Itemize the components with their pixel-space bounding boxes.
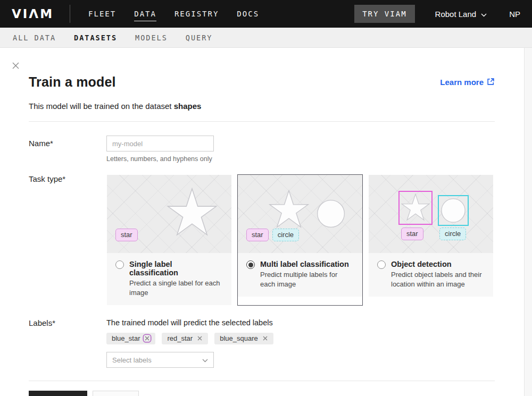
remove-label-icon[interactable]	[144, 335, 151, 342]
remove-label-icon[interactable]	[262, 335, 269, 342]
top-nav-right: TRY VIAM Robot Land NP	[354, 5, 520, 23]
tab-models[interactable]: MODELS	[135, 33, 168, 42]
divider	[29, 381, 495, 381]
learn-more-label: Learn more	[440, 78, 484, 87]
train-model-panel: Train a model Learn more This model will…	[0, 48, 532, 396]
tab-query[interactable]: QUERY	[186, 33, 213, 42]
nav-divider	[70, 5, 70, 23]
task-type-row: Task type* star Sing	[29, 174, 495, 306]
bounding-box-circle	[438, 195, 469, 226]
avatar[interactable]: NP	[509, 10, 520, 19]
tab-all-data[interactable]: ALL DATA	[13, 33, 56, 42]
card-body-single: Single label classification Predict a si…	[107, 253, 231, 305]
radio-object-detection[interactable]	[377, 260, 386, 269]
preview-tag-star: star	[246, 229, 269, 241]
card-body-detection: Object detection Predict object labels a…	[369, 253, 493, 297]
train-model-button[interactable]: Train model	[29, 391, 87, 396]
dataset-name: shapes	[174, 102, 202, 111]
try-viam-button[interactable]: TRY VIAM	[354, 5, 414, 23]
chip-label: blue_square	[220, 334, 258, 342]
card-title-detection: Object detection	[391, 260, 485, 268]
card-single-label-classification[interactable]: star Single label classification Predict…	[106, 174, 232, 306]
org-name-label: Robot Land	[435, 10, 477, 19]
bounding-box-star	[398, 191, 433, 225]
viam-logo[interactable]: VIΛM	[12, 7, 54, 21]
go-back-button[interactable]: Go back	[93, 391, 139, 396]
labels-row: Labels* The trained model will predict t…	[29, 318, 495, 368]
task-type-label: Task type*	[29, 174, 106, 306]
chip-red-star: red_star	[162, 333, 208, 344]
remove-label-icon[interactable]	[196, 335, 203, 342]
preview-tag-star: star	[401, 228, 423, 240]
card-body-multi: Multi label classification Predict multi…	[238, 253, 362, 297]
selected-label-chips: blue_star red_star blue_square	[106, 333, 273, 344]
heading-row: Train a model Learn more	[29, 74, 495, 90]
card-preview-single: star	[107, 175, 231, 253]
subtitle-text: This model will be trained on the datase…	[29, 102, 174, 111]
name-row: Name* Letters, numbers, and hyphens only	[29, 136, 495, 163]
card-preview-detection: star circle	[369, 175, 493, 253]
radio-single-label[interactable]	[115, 260, 124, 269]
star-shape	[167, 188, 218, 239]
close-icon[interactable]	[12, 62, 20, 70]
model-name-input[interactable]	[106, 136, 214, 151]
nav-item-fleet[interactable]: FLEET	[88, 6, 116, 21]
external-link-icon	[487, 78, 495, 87]
card-title-single: Single label classification	[129, 260, 223, 277]
chip-label: red_star	[167, 334, 193, 342]
select-labels-dropdown[interactable]: Select labels	[106, 352, 214, 368]
nav-item-data[interactable]: DATA	[134, 6, 156, 21]
card-desc-multi: Predict multiple labels for each image	[260, 270, 354, 289]
circle-shape	[440, 198, 466, 223]
top-nav-bar: VIΛM FLEET DATA REGISTRY DOCS TRY VIAM R…	[0, 0, 532, 28]
card-multi-label-classification[interactable]: star circle Multi label classification P…	[237, 174, 363, 306]
labels-label: Labels*	[29, 318, 106, 368]
chip-blue-star: blue_star	[106, 333, 155, 344]
divider	[29, 121, 495, 122]
top-nav-links: FLEET DATA REGISTRY DOCS	[88, 6, 259, 21]
card-title-multi: Multi label classification	[260, 260, 354, 268]
preview-tag-star: star	[115, 229, 138, 241]
chip-label: blue_star	[112, 334, 140, 342]
circle-shape	[317, 199, 345, 228]
chevron-down-icon	[481, 10, 487, 19]
footer-buttons: Train model Go back	[29, 391, 495, 396]
labels-description: The trained model will predict the selec…	[106, 318, 273, 327]
card-desc-single: Predict a single label for each image	[129, 279, 223, 297]
star-shape	[269, 190, 309, 230]
radio-multi-label[interactable]	[246, 260, 255, 269]
card-object-detection[interactable]: star circle Object detection Predict obj…	[368, 174, 494, 306]
star-shape	[401, 193, 430, 222]
scrollbar-track[interactable]	[524, 48, 532, 396]
tab-datasets[interactable]: DATASETS	[74, 33, 117, 42]
dataset-subtitle: This model will be trained on the datase…	[29, 102, 495, 111]
name-hint: Letters, numbers, and hyphens only	[106, 155, 214, 163]
data-sub-nav: ALL DATA DATASETS MODELS QUERY	[0, 28, 532, 48]
card-desc-detection: Predict object labels and their location…	[391, 270, 485, 289]
chip-blue-square: blue_square	[214, 333, 273, 344]
preview-tag-circle: circle	[439, 228, 466, 240]
task-type-cards: star Single label classification Predict…	[106, 174, 494, 306]
nav-item-docs[interactable]: DOCS	[237, 6, 259, 21]
nav-item-registry[interactable]: REGISTRY	[174, 6, 219, 21]
page-title: Train a model	[29, 74, 116, 90]
card-preview-multi: star circle	[238, 175, 362, 253]
chevron-down-icon	[202, 355, 208, 365]
name-label: Name*	[29, 136, 106, 163]
preview-tag-circle: circle	[272, 229, 299, 241]
learn-more-link[interactable]: Learn more	[440, 78, 495, 87]
select-labels-placeholder: Select labels	[112, 356, 152, 364]
org-switcher[interactable]: Robot Land	[435, 10, 487, 19]
